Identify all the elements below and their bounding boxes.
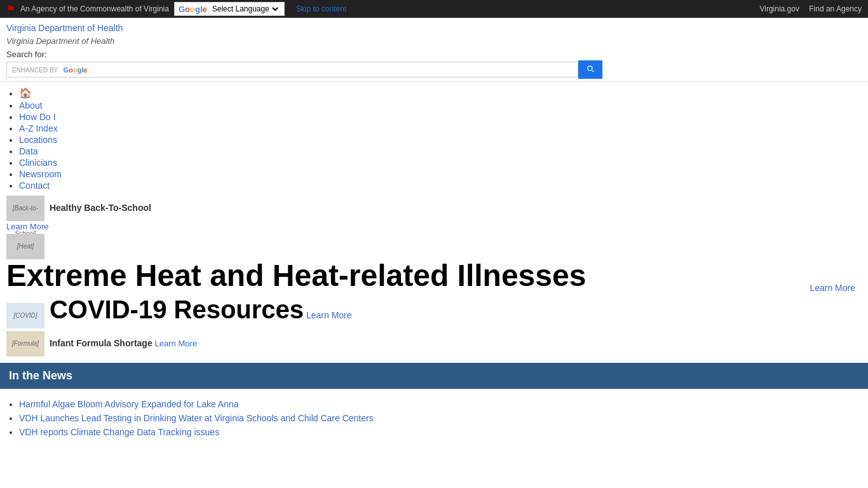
search-label: Search for: [6,50,862,59]
top-bar-left: ⚑ An Agency of the Commonwealth of Virgi… [6,2,346,16]
school-thumbnail: [Back-to-School] [6,196,44,221]
language-select[interactable]: Select Language English Spanish French [210,4,280,14]
formula-thumbnail: [Formula] [6,331,44,356]
header: Virginia Department of Health Virginia D… [0,18,868,82]
search-input[interactable] [93,65,573,74]
heat-learn-more[interactable]: Learn More [810,283,855,293]
search-area: Search for: ENHANCED BY Google [6,50,862,79]
nav-clinicians[interactable]: Clinicians [19,158,57,168]
virginia-gov-link[interactable]: Virginia.gov [759,4,799,13]
va-flag-icon: ⚑ [6,3,15,15]
google-logo: Google [179,4,207,14]
nav-az-index[interactable]: A-Z Index [19,123,58,133]
find-agency-link[interactable]: Find an Agency [809,4,862,13]
home-icon: 🏠 [19,88,32,98]
covid-title: COVID-19 Resources [50,295,304,323]
search-row: ENHANCED BY Google [6,60,862,79]
site-title-link[interactable]: Virginia Department of Health [6,23,123,33]
search-input-wrapper: ENHANCED BY Google [6,62,578,78]
nav-how-do-i[interactable]: How Do I [19,112,56,122]
google-logo-small: Google [63,66,87,74]
top-bar: ⚑ An Agency of the Commonwealth of Virgi… [0,0,868,18]
nav-locations[interactable]: Locations [19,135,57,145]
site-title: Virginia Department of Health [6,23,862,33]
heat-thumbnail: [Heat] [6,234,44,259]
nav-contact[interactable]: Contact [19,180,50,191]
nav-home[interactable]: 🏠 [19,88,32,98]
in-the-news-header: In the News [0,363,868,389]
formula-title: Infant Formula Shortage [50,338,153,348]
news-item-3[interactable]: VDH reports Climate Change Data Tracking… [19,427,219,437]
nav-about[interactable]: About [19,100,43,111]
search-button[interactable] [578,60,602,79]
nav: 🏠 About How Do I A-Z Index Locations Dat… [0,82,868,196]
translate-widget[interactable]: Google Select Language English Spanish F… [174,2,285,16]
covid-thumbnail: [COVID] [6,303,44,329]
nav-newsroom[interactable]: Newsroom [19,169,62,179]
school-banner: [Back-to-School] Healthy Back-To-School … [6,196,862,231]
news-item-1[interactable]: Harmful Algae Bloom Advisory Expanded fo… [19,399,239,409]
logo-area: Virginia Department of Health [6,36,862,46]
news-list: Harmful Algae Bloom Advisory Expanded fo… [0,389,868,447]
formula-banner: [Formula] Infant Formula Shortage Learn … [6,331,862,356]
school-learn-more[interactable]: Learn More [6,222,48,231]
skip-to-content-link[interactable]: Skip to content [296,4,346,13]
heat-banner: [Heat] Extreme Heat and Heat-related Ill… [6,234,862,293]
heat-title: Extreme Heat and Heat-related Illnesses [6,259,862,293]
nav-data[interactable]: Data [19,146,38,156]
covid-banner: [COVID] COVID-19 Resources Learn More [6,295,862,329]
school-title: Healthy Back-To-School [50,203,151,213]
news-item-2[interactable]: VDH Launches Lead Testing in Drinking Wa… [19,413,374,423]
vdh-logo-placeholder: Virginia Department of Health [6,36,114,46]
formula-learn-more[interactable]: Learn More [155,339,197,348]
covid-learn-more[interactable]: Learn More [306,310,352,320]
in-the-news-title: In the News [9,369,72,382]
enhanced-by-text: ENHANCED BY Google [12,66,90,74]
agency-text: An Agency of the Commonwealth of Virgini… [20,4,169,13]
featured-banners: [Back-to-School] Healthy Back-To-School … [0,196,868,356]
top-bar-right: Virginia.gov Find an Agency [752,4,862,13]
